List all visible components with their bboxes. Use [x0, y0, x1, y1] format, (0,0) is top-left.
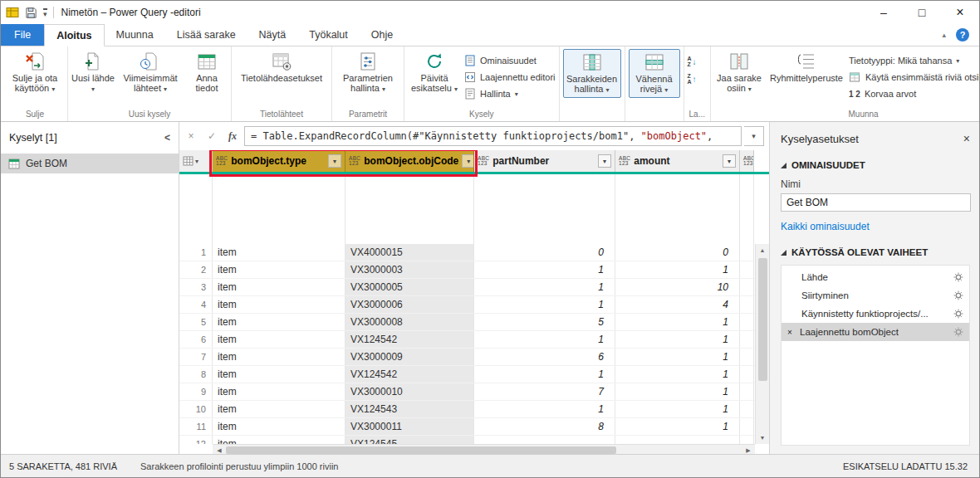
properties-button[interactable]: Ominaisuudet: [463, 53, 556, 68]
cell[interactable]: [740, 244, 754, 261]
properties-section-header[interactable]: OMINAISUUDET: [781, 160, 970, 170]
cell[interactable]: 6: [474, 349, 615, 365]
cell[interactable]: VX3000008: [345, 314, 474, 330]
gear-icon[interactable]: [953, 327, 963, 337]
cell[interactable]: 1: [474, 279, 615, 295]
formula-input[interactable]: = Table.ExpandRecordColumn(#"Käynnistett…: [244, 126, 742, 146]
horizontal-scrollbar-thumb[interactable]: [226, 446, 616, 454]
row-number[interactable]: 3: [179, 279, 213, 295]
cell[interactable]: VX3000009: [345, 349, 474, 365]
applied-steps-section-header[interactable]: KÄYTÖSSÄ OLEVAT VAIHEET: [781, 247, 970, 257]
cell[interactable]: 4: [615, 296, 740, 313]
column-header-partial[interactable]: ABC123: [740, 150, 754, 172]
manage-parameters-button[interactable]: Parametrien hallinta ▾: [336, 49, 400, 95]
data-type-button[interactable]: Tietotyyppi: Mikä tahansa ▾: [849, 53, 980, 68]
cell[interactable]: VX124542: [345, 366, 474, 383]
enter-data-button[interactable]: Anna tiedot: [186, 49, 228, 93]
row-number[interactable]: 11: [179, 418, 213, 435]
cell[interactable]: [740, 436, 754, 444]
cell[interactable]: 1: [615, 349, 740, 365]
cell[interactable]: VX3000010: [345, 383, 474, 400]
select-all-corner-cell[interactable]: ▾: [179, 150, 213, 172]
minimize-button[interactable]: –: [865, 1, 903, 24]
cell[interactable]: 1: [615, 314, 740, 330]
any-type-icon[interactable]: ABC123: [349, 156, 360, 167]
row-number[interactable]: 10: [179, 401, 213, 417]
step-kaynnistetty[interactable]: Käynnistetty funktioprojects/...: [782, 305, 969, 323]
query-name-input[interactable]: [781, 193, 971, 212]
cell[interactable]: VX3000006: [345, 296, 474, 313]
cell[interactable]: VX3000005: [345, 279, 474, 295]
manage-columns-button[interactable]: Sarakkeiden hallinta ▾: [566, 50, 619, 95]
help-icon[interactable]: ?: [956, 28, 969, 41]
row-number[interactable]: 7: [179, 349, 213, 365]
formula-cancel-icon[interactable]: ×: [182, 127, 200, 145]
row-number[interactable]: 5: [179, 314, 213, 330]
scroll-down-icon[interactable]: ▼: [756, 432, 769, 444]
row-number[interactable]: 2: [179, 261, 213, 278]
cell[interactable]: 8: [474, 418, 615, 435]
cell[interactable]: 1: [615, 401, 740, 417]
advanced-editor-button[interactable]: Laajennettu editori: [463, 70, 556, 85]
cell[interactable]: item: [213, 383, 345, 400]
vertical-scrollbar-thumb[interactable]: [758, 258, 767, 381]
row-number[interactable]: 4: [179, 296, 213, 313]
tab-lisaa-sarake[interactable]: Lisää sarake: [165, 24, 247, 46]
cell[interactable]: VX124543: [345, 401, 474, 417]
gear-icon[interactable]: [953, 290, 963, 300]
cell[interactable]: [740, 331, 754, 348]
cell[interactable]: [740, 418, 754, 435]
cell[interactable]: item: [213, 349, 345, 365]
cell[interactable]: [740, 279, 754, 295]
cell[interactable]: 1: [474, 261, 615, 278]
cell[interactable]: item: [213, 314, 345, 330]
row-number[interactable]: 1: [179, 244, 213, 261]
row-number[interactable]: 9: [179, 383, 213, 400]
reduce-rows-button[interactable]: Vähennä rivejä ▾: [631, 50, 678, 95]
cell[interactable]: item: [213, 418, 345, 435]
cell[interactable]: [740, 296, 754, 313]
cell[interactable]: [740, 314, 754, 330]
cell[interactable]: 0: [615, 244, 740, 261]
scroll-up-icon[interactable]: ▲: [756, 244, 769, 256]
cell[interactable]: item: [213, 366, 345, 383]
replace-values-button[interactable]: 1 2 Korvaa arvot: [849, 86, 980, 101]
recent-sources-button[interactable]: Viimeisimmät lähteet ▾: [117, 49, 184, 95]
column-header-amount[interactable]: ABC123 amount ▾: [615, 150, 740, 172]
cell[interactable]: 10: [615, 279, 740, 295]
cell[interactable]: VX3000003: [345, 261, 474, 278]
cell[interactable]: item: [213, 244, 345, 261]
all-properties-link[interactable]: Kaikki ominaisuudet: [781, 221, 970, 232]
data-source-settings-button[interactable]: Tietolähdeasetukset: [235, 49, 328, 83]
column-header-bomobject-type[interactable]: ABC123 bomObject.type ▾: [213, 150, 345, 172]
cell[interactable]: VX124545: [345, 436, 474, 444]
cell[interactable]: 7: [474, 383, 615, 400]
sort-descending-button[interactable]: ZA ↑: [688, 71, 697, 86]
cell[interactable]: item: [213, 296, 345, 313]
filter-icon[interactable]: ▾: [598, 154, 611, 168]
filter-icon[interactable]: ▾: [328, 154, 341, 168]
status-profiling-note[interactable]: Sarakkeen profilointi perustuu ylimpiin …: [140, 461, 338, 471]
step-laajennettu-bomobject[interactable]: × Laajennettu bomObject: [782, 323, 969, 341]
column-header-bomobject-objcode[interactable]: ABC123 bomObject.objCode ▾: [345, 150, 474, 172]
cell[interactable]: 1: [474, 401, 615, 417]
cell[interactable]: 0: [474, 244, 615, 261]
use-first-row-button[interactable]: Käytä ensimmäistä riviä otsikkoina ▾: [849, 70, 980, 85]
scroll-right-icon[interactable]: ▶: [742, 447, 755, 454]
gear-icon[interactable]: [953, 309, 963, 319]
cell[interactable]: [740, 349, 754, 365]
fx-icon[interactable]: fx: [223, 127, 242, 145]
cell[interactable]: 5: [474, 314, 615, 330]
cell[interactable]: [740, 261, 754, 278]
tab-nayta[interactable]: Näytä: [247, 24, 298, 46]
scroll-left-icon[interactable]: ◀: [213, 447, 226, 454]
tab-tyokalut[interactable]: Työkalut: [297, 24, 360, 46]
cell[interactable]: [474, 436, 615, 444]
delete-step-icon[interactable]: ×: [787, 328, 800, 337]
cell[interactable]: 1: [474, 331, 615, 348]
cell[interactable]: 1: [615, 418, 740, 435]
cell[interactable]: [740, 383, 754, 400]
filter-icon[interactable]: ▾: [723, 154, 736, 168]
collapse-queries-pane-icon[interactable]: <: [164, 132, 170, 144]
cell[interactable]: 1: [615, 383, 740, 400]
